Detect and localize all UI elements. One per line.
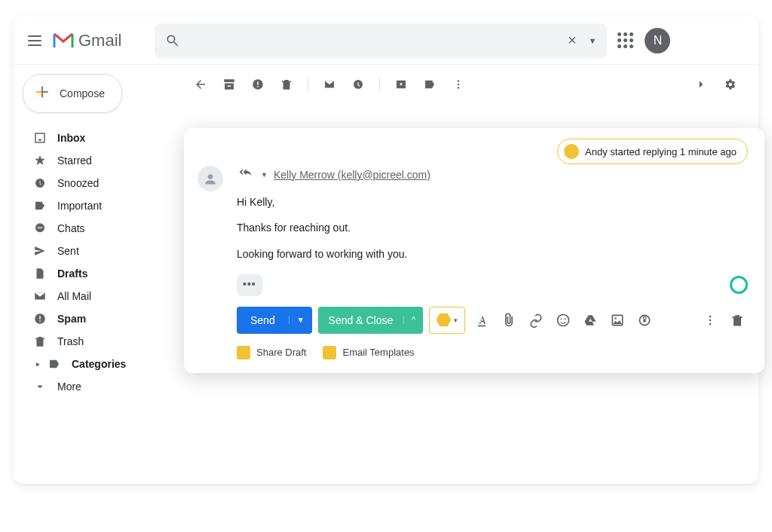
more-options-icon[interactable] [700,310,721,331]
sidebar-item-snoozed[interactable]: Snoozed [20,172,166,194]
svg-point-21 [557,314,568,326]
sidebar-item-label: Categories [72,358,126,370]
share-draft-button[interactable]: Share Draft [237,346,306,359]
search-input[interactable] [188,34,559,47]
sidebar-item-sent[interactable]: Sent [20,240,166,262]
recipient-link[interactable]: Kelly Merrow (kelly@picreel.com) [274,169,430,181]
mail-toolbar [172,65,758,104]
sidebar-item-categories[interactable]: ▸Categories [20,353,166,375]
drive-icon[interactable] [580,310,601,331]
send-close-dropdown-icon[interactable]: ^ [403,316,423,324]
discard-draft-icon[interactable] [727,310,748,331]
sidebar-item-chats[interactable]: Chats [20,217,166,240]
account-avatar[interactable]: N [645,28,670,54]
sidebar: Compose InboxStarredSnoozedImportantChat… [14,65,172,484]
sidebar-item-drafts[interactable]: Drafts [20,262,166,285]
svg-point-29 [709,319,712,321]
svg-point-19 [208,174,213,179]
grammarly-badge-icon[interactable] [730,276,748,294]
sidebar-item-label: Drafts [57,268,87,280]
search-icon [165,33,180,48]
svg-rect-2 [37,91,41,93]
reply-all-icon[interactable] [237,166,255,183]
svg-rect-10 [39,316,41,320]
share-draft-icon [237,346,250,359]
toolbar-divider [308,77,308,92]
app-window: Gmail × ▼ N Compose InboxStarredSnoozedI… [14,17,758,484]
insert-photo-icon[interactable] [607,310,628,331]
extension-button[interactable]: ▾ [429,307,465,334]
search-options-icon[interactable]: ▼ [589,36,597,45]
back-icon[interactable] [188,72,213,96]
svg-rect-27 [643,319,645,322]
compose-label: Compose [60,87,105,99]
sidebar-item-label: Sent [57,245,79,257]
snooze-icon[interactable] [346,72,370,96]
compose-button[interactable]: Compose [23,74,122,113]
clear-search-icon[interactable]: × [568,32,577,49]
clock-icon [33,176,47,190]
gmail-logo[interactable]: Gmail [53,31,121,50]
svg-rect-20 [478,325,486,326]
email-templates-icon [323,346,336,359]
svg-rect-11 [39,320,41,322]
sidebar-item-label: Spam [57,313,86,325]
sidebar-item-all-mail[interactable]: All Mail [20,285,166,307]
search-bar[interactable]: × ▼ [155,23,607,58]
reply-type-caret-icon[interactable]: ▼ [261,171,268,179]
chat-icon [33,222,47,235]
chevdown-icon [33,380,47,393]
sidebar-item-inbox[interactable]: Inbox [20,127,166,149]
label-icon [47,357,61,371]
labels-icon[interactable] [418,72,442,96]
spam-icon [33,312,47,326]
report-spam-icon[interactable] [246,72,270,96]
message-line: Hi Kelly, [237,194,748,210]
svg-rect-13 [257,81,259,85]
hamburger-icon[interactable] [26,32,44,50]
send-dropdown-icon[interactable]: ▼ [289,316,312,324]
compose-action-row: Send ▼ Send & Close ^ ▾ [184,296,764,337]
send-button[interactable]: Send ▼ [237,307,312,334]
send-close-label: Send & Close [318,314,404,326]
emoji-icon[interactable] [553,310,574,331]
collab-status-text: Andy started replying 1 minute ago [585,146,737,157]
sidebar-item-label: Inbox [57,132,85,144]
sidebar-item-spam[interactable]: Spam [20,307,166,330]
share-draft-label: Share Draft [256,347,306,358]
mail-icon [33,289,47,303]
header-bar: Gmail × ▼ N [14,17,758,65]
sidebar-item-trash[interactable]: Trash [20,330,166,353]
archive-icon[interactable] [217,72,241,96]
sidebar-item-more[interactable]: More [20,375,166,398]
star-icon [33,154,47,167]
send-close-button[interactable]: Send & Close ^ [318,307,423,334]
sidebar-item-important[interactable]: Important [20,194,166,217]
show-trimmed-icon[interactable]: ••• [237,274,262,295]
attach-icon[interactable] [498,310,519,331]
confidential-icon[interactable] [634,310,655,331]
link-icon[interactable] [525,310,547,331]
move-to-icon[interactable] [389,72,413,96]
delete-icon[interactable] [274,72,299,96]
settings-icon[interactable] [718,72,742,96]
svg-point-30 [709,323,712,325]
svg-point-16 [458,80,459,81]
sidebar-item-starred[interactable]: Starred [20,149,166,172]
toolbar-divider [379,77,380,92]
send-icon [33,244,47,258]
email-templates-label: Email Templates [342,347,414,358]
message-body[interactable]: Hi Kelly, Thanks for reaching out. Looki… [237,194,748,296]
mark-unread-icon[interactable] [317,72,342,96]
formatting-icon[interactable] [471,310,492,331]
plus-icon [34,84,51,103]
apps-grid-icon[interactable] [617,32,634,49]
svg-point-6 [39,227,41,228]
contact-avatar[interactable] [198,166,223,191]
email-templates-button[interactable]: Email Templates [323,346,414,359]
more-menu-icon[interactable] [446,72,470,96]
trash-icon [33,335,47,348]
gmail-m-icon [53,32,74,49]
next-page-icon[interactable] [689,72,713,96]
svg-point-23 [564,318,565,320]
